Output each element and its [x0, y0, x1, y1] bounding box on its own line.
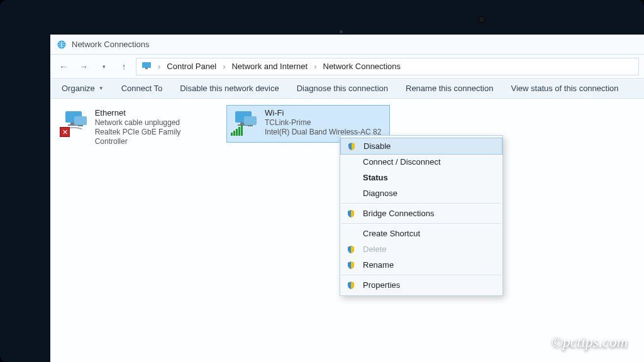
svg-rect-12 — [248, 125, 253, 126]
context-menu-item-label: Bridge Connections — [363, 209, 434, 218]
webcam-dot — [478, 16, 486, 23]
context-menu-item-delete: Delete — [340, 241, 502, 257]
chevron-down-icon: ▼ — [99, 85, 104, 91]
context-menu-item-label: Connect / Disconnect — [363, 157, 441, 167]
context-menu-item-label: Delete — [363, 244, 387, 254]
context-menu-item-connect-disconnect[interactable]: Connect / Disconnect — [340, 154, 502, 170]
context-menu-item-label: Disable — [364, 141, 391, 151]
recent-locations-button[interactable]: ▾ — [96, 58, 112, 75]
address-bar-row: ← → ▾ ↑ › Control Panel › Network and In… — [50, 55, 644, 79]
svg-rect-11 — [244, 116, 257, 125]
context-menu-separator — [341, 275, 501, 275]
connection-name: Ethernet — [95, 108, 214, 118]
svg-rect-6 — [74, 116, 87, 125]
context-menu-item-rename[interactable]: Rename — [340, 257, 502, 273]
shield-icon — [345, 245, 357, 254]
shield-icon — [345, 281, 357, 290]
context-menu: DisableConnect / DisconnectStatusDiagnos… — [340, 135, 503, 296]
window-titlebar: Network Connections — [50, 35, 644, 55]
shield-icon — [345, 209, 357, 218]
context-menu-item-label: Create Shortcut — [363, 229, 420, 238]
context-menu-item-bridge-connections[interactable]: Bridge Connections — [340, 206, 502, 221]
error-overlay-icon: ✕ — [60, 127, 70, 137]
connection-name: Wi-Fi — [265, 108, 381, 118]
connection-item-ethernet[interactable]: ✕ Ethernet Network cable unplugged Realt… — [57, 105, 220, 143]
shield-icon — [346, 142, 357, 151]
network-adapter-icon: ✕ — [62, 108, 89, 134]
address-bar[interactable]: › Control Panel › Network and Internet ›… — [136, 58, 639, 75]
connection-adapter: Realtek PCIe GbE Family Controller — [95, 128, 214, 146]
context-menu-item-label: Rename — [363, 260, 394, 270]
up-button[interactable]: ↑ — [116, 58, 132, 75]
command-bar: Organize ▼ Connect To Disable this netwo… — [50, 79, 644, 99]
breadcrumb-separator-icon: › — [158, 62, 160, 71]
signal-strength-icon — [231, 125, 243, 136]
mic-dot — [340, 30, 343, 33]
disable-device-button[interactable]: Disable this network device — [171, 79, 288, 98]
svg-rect-2 — [145, 68, 148, 69]
context-menu-item-label: Status — [363, 173, 388, 182]
control-panel-icon — [142, 60, 152, 72]
rename-connection-button[interactable]: Rename this connection — [397, 79, 502, 98]
window-title: Network Connections — [72, 40, 150, 49]
connection-text: Ethernet Network cable unplugged Realtek… — [95, 108, 214, 146]
screen: Network Connections ← → ▾ ↑ › Control Pa… — [50, 35, 644, 362]
back-button[interactable]: ← — [55, 58, 72, 75]
connection-status: TCLink-Prime — [265, 118, 381, 128]
connect-to-button[interactable]: Connect To — [113, 79, 172, 98]
view-status-button[interactable]: View status of this connection — [502, 79, 627, 98]
context-menu-item-label: Properties — [363, 280, 400, 290]
network-connections-icon — [57, 40, 67, 50]
connection-status: Network cable unplugged — [95, 118, 214, 128]
breadcrumb-network-connections[interactable]: Network Connections — [323, 62, 401, 71]
breadcrumb-separator-icon: › — [223, 62, 225, 71]
context-menu-separator — [341, 203, 501, 204]
breadcrumb-control-panel[interactable]: Control Panel — [167, 62, 216, 71]
context-menu-item-status[interactable]: Status — [340, 170, 502, 185]
context-menu-item-diagnose[interactable]: Diagnose — [340, 185, 502, 201]
forward-button[interactable]: → — [75, 58, 92, 75]
connections-list[interactable]: ✕ Ethernet Network cable unplugged Realt… — [50, 99, 644, 362]
organize-menu[interactable]: Organize ▼ — [53, 79, 113, 98]
connection-text: Wi-Fi TCLink-Prime Intel(R) Dual Band Wi… — [265, 108, 381, 137]
context-menu-separator — [341, 223, 501, 224]
breadcrumb-separator-icon: › — [314, 62, 316, 71]
shield-icon — [345, 261, 357, 270]
svg-rect-1 — [142, 62, 151, 68]
context-menu-item-properties[interactable]: Properties — [340, 277, 502, 293]
context-menu-item-disable[interactable]: Disable — [340, 138, 502, 155]
svg-rect-7 — [78, 125, 83, 126]
breadcrumb-network-and-internet[interactable]: Network and Internet — [231, 62, 308, 71]
diagnose-connection-button[interactable]: Diagnose this connection — [288, 79, 397, 98]
context-menu-item-label: Diagnose — [363, 189, 397, 198]
network-adapter-icon — [232, 108, 258, 134]
context-menu-item-create-shortcut[interactable]: Create Shortcut — [340, 226, 502, 241]
organize-label: Organize — [62, 84, 95, 93]
